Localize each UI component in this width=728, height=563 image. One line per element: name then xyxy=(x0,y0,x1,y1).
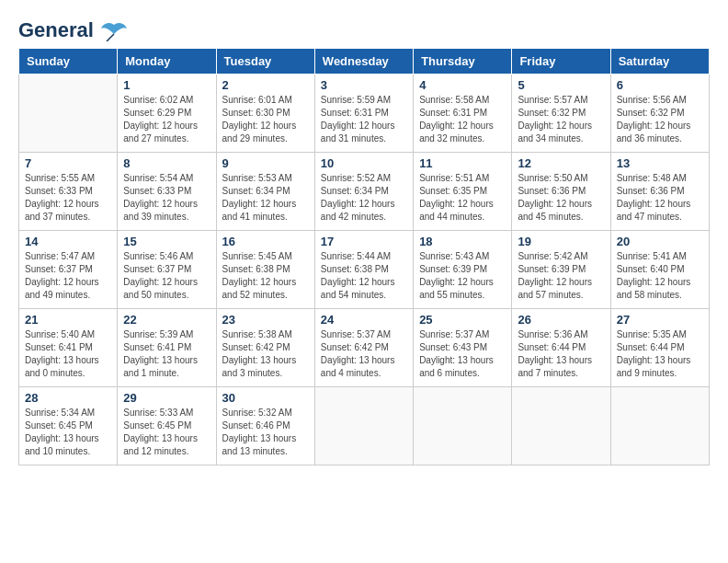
day-info: Sunrise: 5:42 AM Sunset: 6:39 PM Dayligh… xyxy=(518,250,604,302)
calendar-cell: 11Sunrise: 5:51 AM Sunset: 6:35 PM Dayli… xyxy=(414,153,512,231)
day-number: 10 xyxy=(321,156,407,170)
day-number: 15 xyxy=(123,235,210,248)
calendar-cell: 14Sunrise: 5:47 AM Sunset: 6:37 PM Dayli… xyxy=(19,231,118,309)
calendar-cell: 22Sunrise: 5:39 AM Sunset: 6:41 PM Dayli… xyxy=(118,309,216,387)
week-row-3: 14Sunrise: 5:47 AM Sunset: 6:37 PM Dayli… xyxy=(19,231,710,309)
day-info: Sunrise: 5:51 AM Sunset: 6:35 PM Dayligh… xyxy=(419,172,506,224)
calendar-cell: 6Sunrise: 5:56 AM Sunset: 6:32 PM Daylig… xyxy=(610,75,709,153)
day-number: 29 xyxy=(123,391,210,405)
day-info: Sunrise: 5:35 AM Sunset: 6:44 PM Dayligh… xyxy=(617,328,703,380)
day-number: 11 xyxy=(419,156,506,170)
day-info: Sunrise: 5:57 AM Sunset: 6:32 PM Dayligh… xyxy=(518,94,604,145)
calendar-cell xyxy=(414,387,512,465)
calendar-cell xyxy=(610,387,709,465)
day-number: 8 xyxy=(123,156,210,170)
day-info: Sunrise: 5:59 AM Sunset: 6:31 PM Dayligh… xyxy=(321,94,407,145)
calendar-cell: 12Sunrise: 5:50 AM Sunset: 6:36 PM Dayli… xyxy=(512,153,610,231)
page-header: General xyxy=(18,18,710,39)
day-info: Sunrise: 5:48 AM Sunset: 6:36 PM Dayligh… xyxy=(617,172,703,224)
day-number: 2 xyxy=(222,78,309,92)
day-header-thursday: Thursday xyxy=(414,49,512,75)
day-info: Sunrise: 5:41 AM Sunset: 6:40 PM Dayligh… xyxy=(617,250,703,302)
day-number: 23 xyxy=(222,313,309,327)
day-header-friday: Friday xyxy=(512,49,610,75)
day-info: Sunrise: 5:40 AM Sunset: 6:41 PM Dayligh… xyxy=(25,328,111,380)
day-info: Sunrise: 5:34 AM Sunset: 6:45 PM Dayligh… xyxy=(25,407,111,458)
day-info: Sunrise: 5:52 AM Sunset: 6:34 PM Dayligh… xyxy=(321,172,407,224)
calendar-cell: 13Sunrise: 5:48 AM Sunset: 6:36 PM Dayli… xyxy=(610,153,709,231)
day-info: Sunrise: 5:50 AM Sunset: 6:36 PM Dayligh… xyxy=(518,172,604,224)
day-number: 28 xyxy=(25,391,111,405)
calendar-cell: 9Sunrise: 5:53 AM Sunset: 6:34 PM Daylig… xyxy=(216,153,314,231)
day-number: 12 xyxy=(518,156,604,170)
calendar-cell: 8Sunrise: 5:54 AM Sunset: 6:33 PM Daylig… xyxy=(118,153,216,231)
day-number: 21 xyxy=(25,313,111,327)
day-info: Sunrise: 5:47 AM Sunset: 6:37 PM Dayligh… xyxy=(25,250,111,302)
day-number: 24 xyxy=(321,313,407,327)
calendar-cell xyxy=(314,387,413,465)
day-header-sunday: Sunday xyxy=(19,49,118,75)
day-info: Sunrise: 5:46 AM Sunset: 6:37 PM Dayligh… xyxy=(123,250,210,302)
calendar-cell: 10Sunrise: 5:52 AM Sunset: 6:34 PM Dayli… xyxy=(314,153,413,231)
day-info: Sunrise: 5:36 AM Sunset: 6:44 PM Dayligh… xyxy=(518,328,604,380)
calendar-cell xyxy=(512,387,610,465)
day-info: Sunrise: 5:44 AM Sunset: 6:38 PM Dayligh… xyxy=(321,250,407,302)
week-row-2: 7Sunrise: 5:55 AM Sunset: 6:33 PM Daylig… xyxy=(19,153,710,231)
day-info: Sunrise: 5:33 AM Sunset: 6:45 PM Dayligh… xyxy=(123,407,210,458)
calendar-cell: 21Sunrise: 5:40 AM Sunset: 6:41 PM Dayli… xyxy=(19,309,118,387)
day-number: 22 xyxy=(123,313,210,327)
day-number: 1 xyxy=(123,78,210,92)
day-info: Sunrise: 5:32 AM Sunset: 6:46 PM Dayligh… xyxy=(222,407,309,458)
day-info: Sunrise: 6:02 AM Sunset: 6:29 PM Dayligh… xyxy=(123,94,210,145)
week-row-4: 21Sunrise: 5:40 AM Sunset: 6:41 PM Dayli… xyxy=(19,309,710,387)
logo-text: General xyxy=(18,18,127,42)
day-header-wednesday: Wednesday xyxy=(314,49,413,75)
day-number: 30 xyxy=(222,391,309,405)
logo-bird-icon xyxy=(101,21,127,41)
calendar-cell: 19Sunrise: 5:42 AM Sunset: 6:39 PM Dayli… xyxy=(512,231,610,309)
logo: General xyxy=(18,18,127,39)
day-number: 3 xyxy=(321,78,407,92)
day-info: Sunrise: 6:01 AM Sunset: 6:30 PM Dayligh… xyxy=(222,94,309,145)
day-info: Sunrise: 5:38 AM Sunset: 6:42 PM Dayligh… xyxy=(222,328,309,380)
day-info: Sunrise: 5:37 AM Sunset: 6:42 PM Dayligh… xyxy=(321,328,407,380)
calendar-cell: 30Sunrise: 5:32 AM Sunset: 6:46 PM Dayli… xyxy=(216,387,314,465)
calendar-cell: 4Sunrise: 5:58 AM Sunset: 6:31 PM Daylig… xyxy=(414,75,512,153)
week-row-1: 1Sunrise: 6:02 AM Sunset: 6:29 PM Daylig… xyxy=(19,75,710,153)
day-number: 25 xyxy=(419,313,506,327)
week-row-5: 28Sunrise: 5:34 AM Sunset: 6:45 PM Dayli… xyxy=(19,387,710,465)
day-info: Sunrise: 5:55 AM Sunset: 6:33 PM Dayligh… xyxy=(25,172,111,224)
day-info: Sunrise: 5:54 AM Sunset: 6:33 PM Dayligh… xyxy=(123,172,210,224)
calendar-cell: 20Sunrise: 5:41 AM Sunset: 6:40 PM Dayli… xyxy=(610,231,709,309)
day-number: 16 xyxy=(222,235,309,248)
calendar-table: SundayMondayTuesdayWednesdayThursdayFrid… xyxy=(18,48,710,465)
day-info: Sunrise: 5:39 AM Sunset: 6:41 PM Dayligh… xyxy=(123,328,210,380)
day-info: Sunrise: 5:45 AM Sunset: 6:38 PM Dayligh… xyxy=(222,250,309,302)
calendar-cell: 1Sunrise: 6:02 AM Sunset: 6:29 PM Daylig… xyxy=(118,75,216,153)
day-number: 13 xyxy=(617,156,703,170)
day-number: 6 xyxy=(617,78,703,92)
day-number: 5 xyxy=(518,78,604,92)
day-number: 9 xyxy=(222,156,309,170)
day-number: 20 xyxy=(617,235,703,248)
day-header-saturday: Saturday xyxy=(610,49,709,75)
day-number: 14 xyxy=(25,235,111,248)
day-info: Sunrise: 5:37 AM Sunset: 6:43 PM Dayligh… xyxy=(419,328,506,380)
calendar-cell: 28Sunrise: 5:34 AM Sunset: 6:45 PM Dayli… xyxy=(19,387,118,465)
calendar-cell: 24Sunrise: 5:37 AM Sunset: 6:42 PM Dayli… xyxy=(314,309,413,387)
day-info: Sunrise: 5:43 AM Sunset: 6:39 PM Dayligh… xyxy=(419,250,506,302)
day-header-monday: Monday xyxy=(118,49,216,75)
calendar-cell: 16Sunrise: 5:45 AM Sunset: 6:38 PM Dayli… xyxy=(216,231,314,309)
calendar-cell: 29Sunrise: 5:33 AM Sunset: 6:45 PM Dayli… xyxy=(118,387,216,465)
day-number: 27 xyxy=(617,313,703,327)
day-info: Sunrise: 5:53 AM Sunset: 6:34 PM Dayligh… xyxy=(222,172,309,224)
day-info: Sunrise: 5:58 AM Sunset: 6:31 PM Dayligh… xyxy=(419,94,506,145)
calendar-cell: 25Sunrise: 5:37 AM Sunset: 6:43 PM Dayli… xyxy=(414,309,512,387)
day-number: 7 xyxy=(25,156,111,170)
calendar-header-row: SundayMondayTuesdayWednesdayThursdayFrid… xyxy=(19,49,710,75)
day-info: Sunrise: 5:56 AM Sunset: 6:32 PM Dayligh… xyxy=(617,94,703,145)
day-header-tuesday: Tuesday xyxy=(216,49,314,75)
day-number: 4 xyxy=(419,78,506,92)
calendar-cell: 3Sunrise: 5:59 AM Sunset: 6:31 PM Daylig… xyxy=(314,75,413,153)
calendar-cell: 7Sunrise: 5:55 AM Sunset: 6:33 PM Daylig… xyxy=(19,153,118,231)
